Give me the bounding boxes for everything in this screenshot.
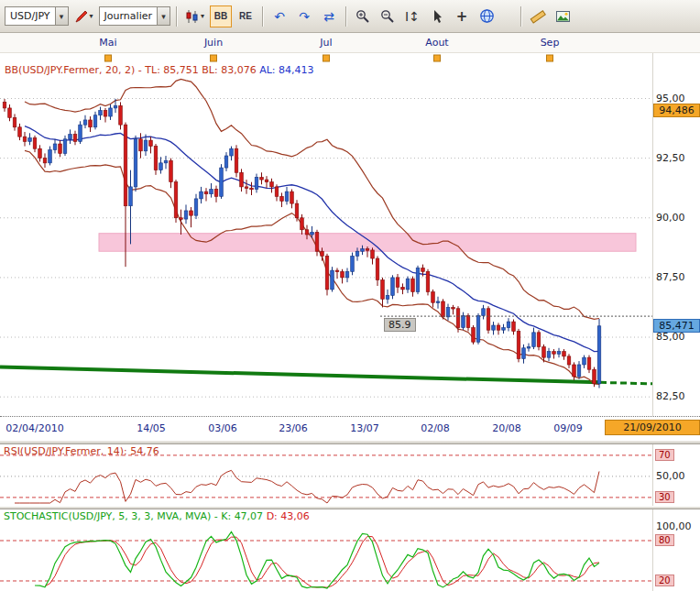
symbol-select[interactable]: USD/JPY ▾ [5,6,69,26]
rsi-level-label: 50,00 [656,470,685,482]
trading-platform: USD/JPY ▾ ▾ Journalier ▾ ▾ BB RE ↶ ↷ ⇄ [0,0,700,591]
support-level-label[interactable]: 85.9 [384,318,416,332]
indicators-button[interactable]: BB [210,5,232,27]
rsi-line [15,470,599,503]
stochastic-d-line [45,536,599,587]
bollinger-average-value: AL: 84,413 [259,64,313,76]
redo-button[interactable]: ↷ [293,5,315,27]
world-markets-button[interactable] [476,5,498,27]
rsi-title: RSI(USD/JPY.Fermer, 14): 54,76 [4,445,159,457]
last-price-label: 85,471 [653,319,700,333]
magnifier-plus-icon [355,9,370,24]
measure-tool-button[interactable] [527,5,549,27]
month-marker[interactable] [323,55,330,61]
fit-vertical-button[interactable]: I↕ [401,5,423,27]
month-label: Jul [320,37,332,49]
main-chart-area: 95,0092,5090,0087,5085,0082,5094,48685,4… [0,53,700,416]
date-label: 23/06 [279,422,308,434]
toolbar: USD/JPY ▾ ▾ Journalier ▾ ▾ BB RE ↶ ↷ ⇄ [0,0,700,33]
caret-down-icon: ▾ [201,12,204,20]
y-axis-label: 82,50 [656,390,685,402]
stochastic-title: STOCHASTIC(USD/JPY, 5, 3, 3, MVA, MVA) -… [4,510,310,522]
bollinger-title-values: BB(USD/JPY.Fermer, 20, 2) - TL: 85,751 B… [5,64,257,76]
rsi-level-label: 70 [655,449,674,461]
stochastic-level-label: 80 [655,534,674,546]
draw-tool-button[interactable]: ▾ [71,5,96,27]
pen-icon [74,9,89,24]
y-axis-label: 90,00 [656,212,685,224]
stochastic-axis: 100,008020 [652,509,700,591]
stochastic-panel: 100,008020 STOCHASTIC(USD/JPY, 5, 3, 3, … [0,509,700,591]
snapshot-button[interactable] [552,5,574,27]
undo-button[interactable]: ↶ [268,5,290,27]
month-label: Sep [541,37,560,49]
y-axis-label: 87,50 [656,271,685,283]
caret-down-icon: ▾ [90,12,93,20]
y-axis-label: 95,00 [656,93,685,104]
picture-icon [555,9,571,24]
stochastic-level-label: 20 [655,575,674,586]
magnifier-minus-icon [380,9,395,24]
date-label: 02/04/2010 [5,422,63,434]
stochastic-level-label: 100,00 [656,520,692,532]
timeframe-select[interactable]: Journalier ▾ [99,6,170,26]
month-marker[interactable] [105,55,112,61]
price-chart-plot[interactable] [0,53,652,416]
caret-down-icon: ▾ [157,7,170,25]
green-trendline[interactable] [0,367,652,384]
cursor-icon [430,9,444,24]
candlestick-icon [185,9,200,24]
crosshair-tool-button[interactable]: + [451,5,473,27]
date-label: 02/08 [421,422,450,434]
caret-down-icon: ▾ [55,7,68,25]
toolbar-separator [345,6,346,27]
date-label: 03/06 [208,422,237,434]
date-label: 20/08 [492,422,521,434]
stochastic-d-value: D: 43,06 [267,510,310,522]
rsi-axis: 7050,0030 [652,444,700,506]
toolbar-separator [520,6,521,27]
scroll-chart-button[interactable]: ⇄ [318,5,340,27]
month-label: Aout [425,37,448,49]
timeline: MaiJuinJulAoutSep [0,33,700,53]
price-axis: 95,0092,5090,0087,5085,0082,5094,48685,4… [652,53,700,416]
x-axis: 21/09/2010 02/04/201014/0503/0623/0613/0… [0,416,700,440]
bollinger-title: BB(USD/JPY.Fermer, 20, 2) - TL: 85,751 B… [5,64,314,76]
current-date-badge: 21/09/2010 [605,420,700,435]
month-label: Mai [99,37,116,49]
ruler-icon [530,8,546,25]
date-label: 13/07 [350,422,379,434]
month-marker[interactable] [547,55,553,61]
zoom-in-button[interactable] [352,5,374,27]
toolbar-separator [176,6,177,27]
rsi-level-label: 30 [655,491,674,503]
retracement-button[interactable]: RE [235,5,257,27]
date-label: 09/09 [553,422,583,434]
timeframe-value: Journalier [104,10,152,22]
y-axis-label: 92,50 [656,152,685,164]
symbol-value: USD/JPY [10,10,50,22]
date-label: 14/05 [137,422,166,434]
chart-style-button[interactable]: ▾ [182,5,207,27]
rsi-panel: 7050,0030 RSI(USD/JPY.Fermer, 14): 54,76 [0,444,700,506]
zoom-out-button[interactable] [377,5,399,27]
toolbar-separator [262,6,263,27]
stochastic-k-value: STOCHASTIC(USD/JPY, 5, 3, 3, MVA, MVA) -… [4,510,263,522]
cursor-tool-button[interactable] [426,5,448,27]
alert-price-label: 94,486 [653,104,700,117]
month-label: Juin [204,37,223,49]
month-marker[interactable] [211,55,217,61]
y-axis-label: 85,00 [656,331,685,343]
globe-icon [479,8,495,24]
month-marker[interactable] [434,55,441,61]
